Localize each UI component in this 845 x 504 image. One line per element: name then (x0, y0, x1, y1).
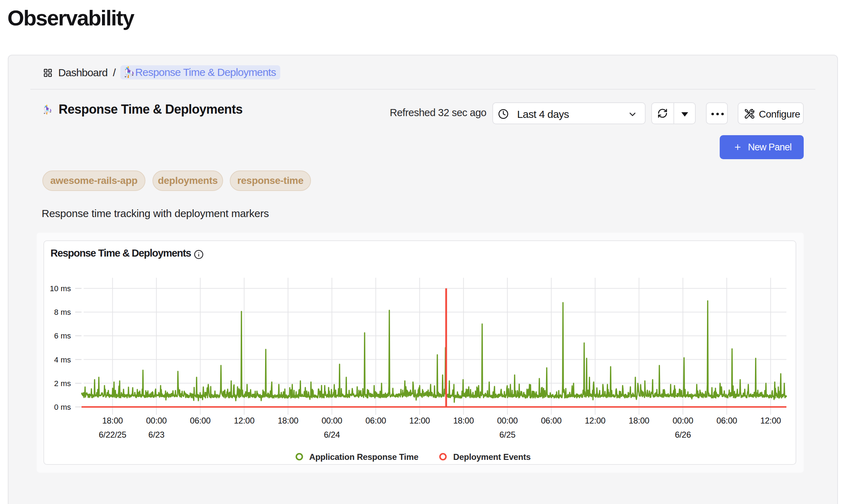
svg-text:0 ms: 0 ms (54, 403, 71, 412)
svg-text:Deployment Events: Deployment Events (453, 452, 531, 462)
svg-text:18:00: 18:00 (278, 416, 299, 425)
svg-text:18:00: 18:00 (453, 416, 474, 425)
svg-text:6 ms: 6 ms (54, 331, 71, 340)
svg-text:00:00: 00:00 (146, 416, 167, 425)
svg-text:4 ms: 4 ms (54, 355, 71, 364)
svg-text:12:00: 12:00 (760, 416, 781, 425)
svg-text:06:00: 06:00 (190, 416, 211, 425)
svg-text:6/23: 6/23 (148, 430, 164, 439)
svg-text:12:00: 12:00 (409, 416, 430, 425)
svg-text:00:00: 00:00 (322, 416, 342, 425)
svg-text:6/22/25: 6/22/25 (99, 430, 126, 439)
svg-text:2 ms: 2 ms (54, 379, 71, 388)
svg-text:8 ms: 8 ms (54, 308, 71, 317)
svg-text:12:00: 12:00 (234, 416, 254, 425)
svg-text:06:00: 06:00 (541, 416, 562, 425)
svg-text:6/26: 6/26 (675, 430, 691, 439)
svg-text:12:00: 12:00 (585, 416, 606, 425)
svg-text:06:00: 06:00 (717, 416, 737, 425)
svg-text:6/25: 6/25 (499, 430, 516, 439)
svg-text:06:00: 06:00 (365, 416, 386, 425)
svg-text:Application Response Time: Application Response Time (309, 452, 418, 462)
svg-text:18:00: 18:00 (629, 416, 649, 425)
svg-text:6/24: 6/24 (324, 430, 340, 439)
svg-text:00:00: 00:00 (497, 416, 518, 425)
svg-text:18:00: 18:00 (102, 416, 123, 425)
svg-text:10 ms: 10 ms (50, 284, 71, 293)
svg-text:00:00: 00:00 (672, 416, 693, 425)
